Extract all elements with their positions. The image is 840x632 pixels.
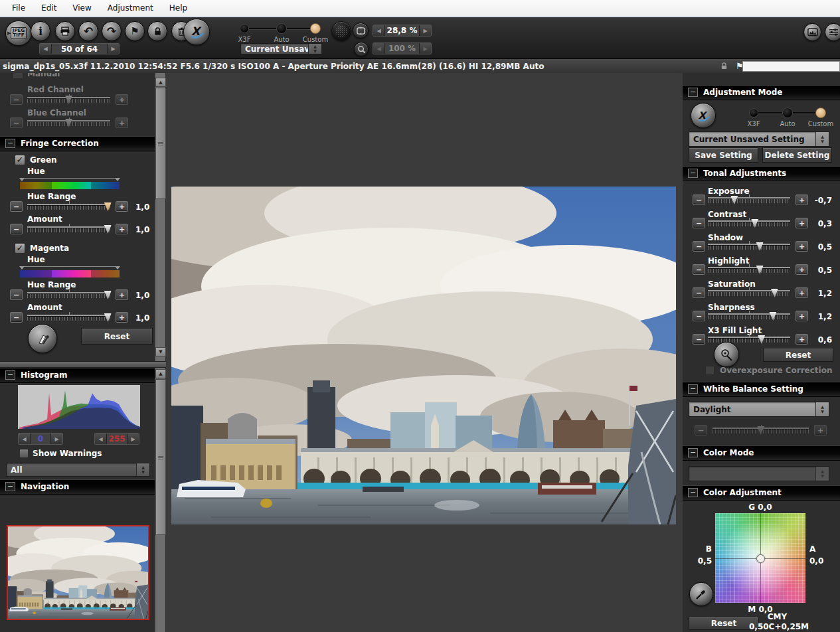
- mode-x3f-radio[interactable]: [240, 24, 249, 33]
- magenta-hue-gradient[interactable]: [20, 270, 120, 277]
- rotate-left-button[interactable]: ↶: [78, 21, 98, 41]
- contrast-plus-button[interactable]: +: [796, 218, 808, 228]
- red-channel-minus-button[interactable]: −: [10, 94, 23, 105]
- collapse-color-adjustment-button[interactable]: −: [688, 488, 698, 497]
- green-hue-gradient[interactable]: [20, 182, 120, 189]
- color-adjustment-grid[interactable]: [715, 513, 805, 603]
- spinner-icon[interactable]: ▲▼: [815, 402, 829, 416]
- menu-help[interactable]: Help: [161, 0, 195, 17]
- magenta-hue-range-minus-button[interactable]: −: [10, 289, 23, 300]
- collapse-navigation-button[interactable]: −: [5, 482, 15, 491]
- mode-x3f-radio[interactable]: [749, 108, 758, 118]
- menu-view[interactable]: View: [64, 0, 99, 17]
- sharpness-minus-button[interactable]: −: [693, 311, 705, 321]
- wb-fine-slider[interactable]: [713, 426, 809, 434]
- show-warnings-checkbox[interactable]: [19, 449, 29, 458]
- detail-view-button[interactable]: [331, 21, 351, 41]
- navigation-thumbnail[interactable]: [7, 525, 149, 620]
- green-hue-range-slider[interactable]: [27, 202, 110, 210]
- adjustment-panel-button[interactable]: [825, 23, 840, 41]
- shadow-plus-button[interactable]: +: [796, 241, 808, 252]
- manual-checkbox[interactable]: [13, 73, 23, 79]
- jpeg-tiff-save-button[interactable]: ▶ JPEGTIFF: [5, 21, 32, 46]
- contrast-slider[interactable]: [708, 219, 790, 227]
- magenta-amount-plus-button[interactable]: +: [116, 312, 128, 323]
- saturation-slider[interactable]: [708, 289, 790, 297]
- black-point-up-button[interactable]: ▶: [50, 434, 62, 444]
- menu-file[interactable]: File: [4, 0, 33, 17]
- collapse-histogram-button[interactable]: −: [5, 370, 15, 380]
- loupe-zoom-out-button[interactable]: ◀: [373, 43, 385, 54]
- collapse-white-balance-button[interactable]: −: [688, 384, 698, 394]
- exposure-plus-button[interactable]: +: [796, 195, 808, 205]
- red-channel-plus-button[interactable]: +: [116, 94, 128, 105]
- sharpness-plus-button[interactable]: +: [796, 311, 808, 321]
- x3-fill-light-plus-button[interactable]: +: [796, 334, 808, 345]
- x3-fill-light-minus-button[interactable]: −: [693, 334, 705, 345]
- white-balance-dropdown[interactable]: Daylight ▲▼: [689, 402, 829, 417]
- collapse-color-mode-button[interactable]: −: [688, 448, 698, 457]
- spinner-icon[interactable]: ▲▼: [136, 463, 149, 476]
- scroll-up-icon[interactable]: ▲: [155, 369, 166, 378]
- highlight-plus-button[interactable]: +: [796, 264, 808, 275]
- fit-window-button[interactable]: [353, 23, 369, 39]
- setting-dropdown[interactable]: Current Unsaved Setting ▲▼: [689, 131, 829, 147]
- flag-button[interactable]: ⚑: [125, 21, 145, 41]
- auto-adjust-button[interactable]: [714, 342, 739, 367]
- delete-setting-button[interactable]: Delete Setting: [762, 147, 832, 163]
- scroll-down-icon[interactable]: ▼: [155, 347, 166, 356]
- x3-fill-light-slider[interactable]: [708, 335, 790, 343]
- collapse-tonal-button[interactable]: −: [688, 169, 698, 178]
- color-grid-handle[interactable]: [756, 554, 765, 563]
- collapse-adjustment-mode-button[interactable]: −: [688, 88, 698, 97]
- highlight-minus-button[interactable]: −: [693, 264, 705, 275]
- sharpness-slider[interactable]: [708, 312, 790, 320]
- green-amount-slider[interactable]: [27, 225, 110, 233]
- wb-plus-button[interactable]: +: [814, 425, 827, 435]
- menu-edit[interactable]: Edit: [33, 0, 64, 17]
- saturation-plus-button[interactable]: +: [796, 287, 808, 298]
- save-setting-button[interactable]: Save Setting: [689, 147, 758, 163]
- x3f-mode-button[interactable]: X: [691, 103, 716, 128]
- white-point-up-button[interactable]: ▶: [127, 434, 139, 444]
- magenta-amount-slider[interactable]: [27, 313, 110, 321]
- tonal-reset-button[interactable]: Reset: [763, 348, 833, 362]
- exposure-slider[interactable]: [708, 196, 790, 204]
- fringe-picker-button[interactable]: [28, 324, 57, 353]
- green-hue-range-plus-button[interactable]: +: [116, 201, 128, 212]
- lock-button[interactable]: [147, 21, 167, 41]
- x3-review-button[interactable]: X: [183, 19, 210, 45]
- print-button[interactable]: [55, 21, 75, 41]
- contrast-minus-button[interactable]: −: [693, 218, 705, 228]
- green-amount-minus-button[interactable]: −: [10, 224, 23, 234]
- image-canvas[interactable]: [166, 73, 683, 632]
- magenta-fringe-checkbox[interactable]: ✓: [15, 243, 25, 254]
- zoom-in-button[interactable]: ▶: [419, 25, 431, 36]
- panel-splitter[interactable]: [0, 361, 166, 368]
- zoom-out-button[interactable]: ◀: [373, 25, 385, 36]
- wb-minus-button[interactable]: −: [695, 425, 707, 435]
- mode-auto-radio[interactable]: [276, 23, 287, 34]
- magenta-hue-range-plus-button[interactable]: +: [116, 289, 128, 300]
- channel-filter-dropdown[interactable]: All ▲▼: [6, 463, 150, 477]
- red-channel-slider[interactable]: [27, 96, 110, 104]
- saturation-minus-button[interactable]: −: [693, 287, 705, 298]
- prev-image-button[interactable]: ◀: [40, 44, 52, 54]
- highlight-slider[interactable]: [708, 266, 790, 274]
- rotate-right-button[interactable]: ↷: [102, 21, 122, 41]
- loupe-button[interactable]: [354, 42, 369, 56]
- green-amount-plus-button[interactable]: +: [116, 224, 128, 234]
- shadow-minus-button[interactable]: −: [693, 241, 705, 252]
- left-top-scrollbar[interactable]: ▲ ▼: [155, 73, 165, 361]
- white-point-down-button[interactable]: ◀: [95, 434, 107, 444]
- blue-channel-slider[interactable]: [27, 119, 110, 127]
- color-picker-button[interactable]: [689, 582, 713, 606]
- scroll-up-icon[interactable]: ▲: [155, 78, 166, 87]
- overexposure-checkbox[interactable]: [705, 366, 714, 375]
- menu-adjustment[interactable]: Adjustment: [100, 0, 161, 17]
- mode-auto-radio[interactable]: [782, 108, 793, 118]
- green-fringe-checkbox[interactable]: ✓: [15, 155, 25, 165]
- image-info-panel-button[interactable]: [803, 23, 821, 41]
- mode-custom-radio[interactable]: [310, 23, 321, 34]
- color-mode-dropdown[interactable]: ▲▼: [689, 466, 829, 481]
